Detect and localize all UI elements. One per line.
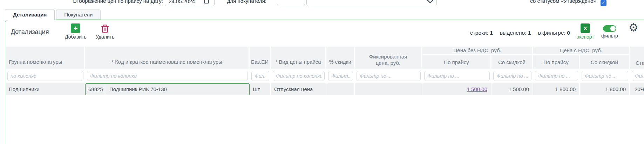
filter-cell (85, 69, 250, 83)
filter-cell (271, 69, 326, 83)
date-label: Отображение цен по прайсу на дату: (60, 0, 163, 6)
price-link[interactable]: 1 500.00 (467, 86, 487, 92)
col-header-no-vat-list[interactable]: По прайсу (422, 55, 492, 69)
excel-export-icon: X (581, 23, 590, 33)
cell-no-vat-list: 1 500.00 (422, 83, 492, 95)
grid-stats: строки: 1 выделено: 1 в фильтре: 0 (470, 30, 570, 36)
rows-stat: строки: 1 (470, 30, 493, 36)
filter-cell (355, 69, 422, 83)
plus-icon: + (71, 23, 80, 33)
group-header-no-vat: Цена без НДС, руб. (422, 47, 533, 55)
col-header-vat-disc[interactable]: Со скидкой (580, 55, 630, 69)
filter-cell (6, 69, 85, 83)
col-header-vat-rate[interactable]: Ставка НДС (630, 47, 644, 69)
filter-input-vat-rate[interactable] (632, 71, 644, 81)
cell-name[interactable]: Подшипник РИК 70-130 (105, 84, 167, 95)
filter-cell (326, 69, 355, 83)
selected-stat: выделено: 1 (500, 30, 531, 36)
export-button-label: экспорт (577, 34, 594, 40)
top-filter-bar: Отображение цен по прайсу на дату: для п… (0, 0, 644, 6)
filter-input-vat-disc[interactable] (582, 71, 628, 81)
cell-base-unit[interactable]: Шт (250, 83, 271, 95)
panel-title: Детализация (11, 28, 49, 36)
filter-cell (580, 69, 630, 83)
col-header-vat-list[interactable]: По прайсу (533, 55, 580, 69)
filter-input-no-vat-disc[interactable] (493, 71, 531, 81)
cell-code[interactable]: 68825 (86, 84, 105, 95)
cell-no-vat-disc[interactable]: 1 500.00 (492, 83, 533, 95)
toggle-on-icon (603, 25, 616, 32)
cell-group[interactable]: Подшипники (6, 83, 85, 95)
chevron-down-icon (427, 0, 433, 4)
filter-cell (492, 69, 533, 83)
filter-input-fixed-price[interactable] (357, 71, 421, 81)
cell-vat-list[interactable]: 1 800.00 (533, 83, 580, 95)
buyer-label: для покупателя: (196, 0, 266, 6)
col-header-price-type[interactable]: * Вид цены прайса (271, 47, 326, 69)
price-detail-table: Группа номенклатуры * Код и краткое наим… (6, 47, 644, 95)
filter-input-price-type[interactable] (273, 71, 325, 81)
filter-cell (250, 69, 271, 83)
buyer-select[interactable] (306, 0, 437, 6)
filter-input-code-name[interactable] (87, 71, 248, 81)
filter-input-base-unit[interactable] (251, 71, 269, 81)
col-header-group[interactable]: Группа номенклатуры (6, 47, 85, 69)
filter-input-no-vat-list[interactable] (424, 71, 490, 81)
in-filter-stat: в фильтре: 0 (538, 30, 570, 36)
col-header-discount[interactable]: % скидки (326, 47, 355, 69)
gear-icon[interactable]: ⚙ (629, 22, 638, 33)
col-header-fixed-price[interactable]: Фиксированная цена, руб. (355, 47, 422, 69)
delete-button[interactable]: Удалить (96, 24, 114, 40)
buyer-code-input[interactable] (277, 0, 305, 6)
col-header-code-name[interactable]: * Код и краткое наименование номенклатур… (85, 47, 250, 69)
status-checkbox[interactable]: ✓ (601, 0, 606, 6)
filter-input-group[interactable] (7, 71, 83, 81)
cell-discount[interactable] (326, 83, 355, 95)
cell-price-type[interactable]: Отпускная цена (271, 83, 326, 95)
cell-vat-rate[interactable]: 20% (630, 83, 644, 95)
add-button[interactable]: + Добавить (65, 23, 87, 40)
filter-toggle-label: фильтр (601, 33, 618, 39)
col-header-no-vat-disc[interactable]: Со скидкой (492, 55, 533, 69)
tab-bar: Детализация Покупатели (5, 9, 101, 20)
filter-toggle[interactable]: фильтр (601, 25, 618, 39)
col-header-base-unit[interactable]: Баз.ЕИ (250, 47, 271, 69)
delete-button-label: Удалить (96, 34, 114, 40)
filter-cell (422, 69, 492, 83)
trash-icon (101, 24, 109, 33)
cell-code-name-editable[interactable]: 68825 Подшипник РИК 70-130 (85, 83, 250, 95)
filter-input-discount[interactable] (328, 71, 353, 81)
cell-vat-disc[interactable]: 1 800.00 (580, 83, 630, 95)
filter-cell (533, 69, 580, 83)
export-button[interactable]: X экспорт (577, 23, 594, 40)
cell-fixed-price[interactable] (355, 83, 422, 95)
add-button-label: Добавить (65, 34, 87, 40)
tab-detail[interactable]: Детализация (5, 9, 55, 20)
filter-input-vat-list[interactable] (535, 71, 578, 81)
status-label: со статусом «Утверждено». (484, 0, 598, 6)
filter-cell (630, 69, 644, 83)
tab-buyers[interactable]: Покупатели (56, 9, 101, 20)
group-header-with-vat: Цена с НДС, руб. (533, 47, 630, 55)
